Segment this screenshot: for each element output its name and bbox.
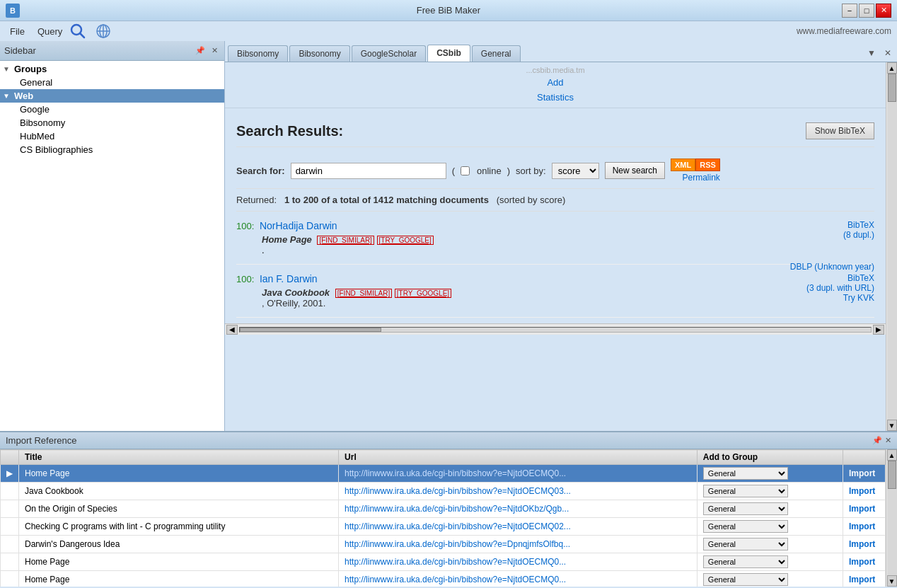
import-close-icon[interactable]: ✕ [885,436,891,445]
sidebar-title: Sidebar [4,45,36,56]
show-bibtex-button[interactable]: Show BibTeX [806,122,874,139]
result-1-details: Home Page [FIND_SIMILAR] [TRY_GOOGLE] . [236,234,874,255]
online-checkbox[interactable] [461,166,470,175]
import-v-down-btn[interactable]: ▼ [887,575,897,587]
row-url: http://linwww.ira.uka.de/cgi-bin/bibshow… [339,518,698,536]
sidebar-item-web[interactable]: ▼ Web [0,89,224,103]
import-btn-6[interactable]: Import [849,557,875,567]
result-2-title-link[interactable]: Ian F. Darwin [260,273,318,284]
result-2-bibtex-dupl[interactable]: (3 dupl. with URL) [806,283,874,293]
row-url: http://linwww.ira.uka.de/cgi-bin/bibshow… [339,483,698,500]
result-2-bibtex-link[interactable]: BibTeX [806,273,874,283]
sort-select[interactable]: score year author title [552,163,599,179]
import-btn-1[interactable]: Import [849,468,875,478]
import-v-up-btn[interactable]: ▲ [887,449,897,461]
globe-icon-btn[interactable] [93,21,113,41]
import-reference-table: Title Url Add to Group ▶ Home Page http:… [0,449,886,587]
close-button[interactable]: ✕ [876,4,891,18]
statistics-link[interactable]: Statistics [225,90,886,105]
v-scroll-down-btn[interactable]: ▼ [887,420,897,431]
xml-badge[interactable]: XML [671,158,695,171]
sidebar-item-google[interactable]: Google [0,103,224,116]
row-import: Import [843,500,886,518]
row-arrow [1,518,19,536]
minimize-button[interactable]: − [842,4,857,18]
tab-close-icon[interactable]: ✕ [881,47,894,59]
result-1-bibtex-link[interactable]: BibTeX [790,220,874,230]
tab-general[interactable]: General [472,45,521,62]
tab-bibsonomy2[interactable]: Bibsonomy [289,45,349,62]
table-row[interactable]: Darwin's Dangerous Idea http://linwww.ir… [1,536,886,553]
sidebar-close-icon[interactable]: ✕ [209,45,220,57]
maximize-button[interactable]: □ [859,4,874,18]
search-icon-btn[interactable] [68,21,88,41]
sidebar: Sidebar 📌 ✕ ▼ Groups General ▼ Web [0,41,225,431]
sidebar-item-csbibliographies[interactable]: CS Bibliographies [0,143,224,156]
result-2-find-similar[interactable]: [FIND_SIMILAR] [335,289,392,298]
h-scroll-track[interactable] [239,327,872,333]
import-pin-icon[interactable]: 📌 [872,436,882,445]
search-input[interactable] [291,163,446,179]
import-btn-4[interactable]: Import [849,521,875,531]
row-group: General [697,500,843,518]
row-arrow [1,483,19,500]
right-panel: Bibsonomy Bibsonomy GoogleScholar CSbib … [225,41,897,431]
result-2-try-google[interactable]: [TRY_GOOGLE] [395,289,451,298]
group-select-7[interactable]: General [703,573,788,586]
menu-bar-left: File Query [6,21,113,41]
tab-googlescholar[interactable]: GoogleScholar [352,45,426,62]
group-select-2[interactable]: General [703,485,788,497]
table-row[interactable]: On the Origin of Species http://linwww.i… [1,500,886,518]
h-scroll-right-btn[interactable]: ▶ [873,325,884,335]
returned-label: Returned: [236,195,277,205]
pin-icon[interactable]: 📌 [195,45,206,57]
sidebar-item-hubmed[interactable]: HubMed [0,129,224,143]
sidebar-item-bibsonomy[interactable]: Bibsonomy [0,116,224,129]
import-v-track[interactable] [887,461,897,575]
table-row[interactable]: Checking C programs with lint - C progra… [1,518,886,536]
group-select-4[interactable]: General [703,520,788,533]
result-1-bibtex-dupl[interactable]: (8 dupl.) [790,230,874,240]
query-section: Query [37,21,113,41]
group-select-3[interactable]: General [703,502,788,515]
permalink[interactable]: Permalink [683,173,720,183]
sidebar-content: ▼ Groups General ▼ Web Google Bibsonomy [0,61,224,431]
sidebar-controls: 📌 ✕ [195,45,220,57]
import-v-thumb [888,461,896,489]
tab-csbib[interactable]: CSbib [427,45,470,62]
import-btn-3[interactable]: Import [849,504,875,514]
group-select-6[interactable]: General [703,555,788,568]
rss-badge[interactable]: RSS [695,158,720,171]
import-btn-2[interactable]: Import [849,486,875,496]
add-link[interactable]: Add [225,75,886,90]
sidebar-item-general[interactable]: General [0,76,224,89]
svg-line-1 [80,33,84,38]
import-btn-5[interactable]: Import [849,539,875,549]
result-1-try-google[interactable]: [TRY_GOOGLE] [377,236,434,245]
search-bar: Search for: ( online ) sort by: score ye… [236,153,874,189]
import-panel: Import Reference 📌 ✕ Title Url Add to Gr… [0,431,897,587]
tab-dropdown-icon[interactable]: ▼ [864,47,879,59]
new-search-button[interactable]: New search [605,162,665,179]
table-row[interactable]: Home Page http://linwww.ira.uka.de/cgi-b… [1,553,886,571]
content-v-scrollbar: ▲ ▼ [886,62,897,431]
file-menu[interactable]: File [6,25,29,38]
h-scroll-left-btn[interactable]: ◀ [226,325,238,335]
result-1-find-similar[interactable]: [FIND_SIMILAR] [317,236,374,245]
import-btn-7[interactable]: Import [849,575,875,584]
v-scroll-track[interactable] [887,74,897,420]
import-v-scrollbar: ▲ ▼ [886,449,897,587]
result-2-try-kvk[interactable]: Try KVK [806,293,874,303]
sidebar-item-groups[interactable]: ▼ Groups [0,62,224,76]
result-1-title-link[interactable]: NorHadija Darwin [260,220,337,231]
result-2-number: 100: [236,274,254,284]
group-select-1[interactable]: General [703,467,788,480]
table-row[interactable]: Home Page http://linwww.ira.uka.de/cgi-b… [1,571,886,587]
table-row[interactable]: ▶ Home Page http://linwww.ira.uka.de/cgi… [1,465,886,483]
import-table-area: Title Url Add to Group ▶ Home Page http:… [0,449,897,587]
table-row[interactable]: Java Cookbook http://linwww.ira.uka.de/c… [1,483,886,500]
v-scroll-up-btn[interactable]: ▲ [887,62,897,74]
group-select-5[interactable]: General [703,538,788,550]
tab-bibsonomy1[interactable]: Bibsonomy [228,45,288,62]
result-1-header: 100: NorHadija Darwin [236,220,874,231]
